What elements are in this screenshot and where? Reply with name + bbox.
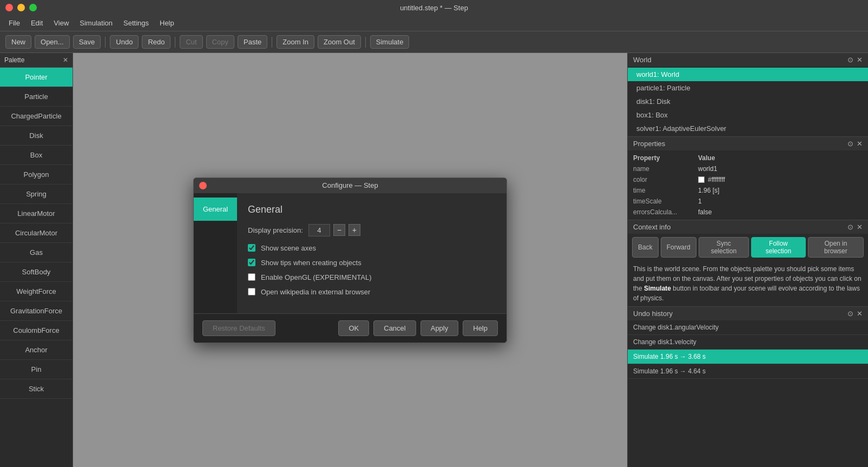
context-back-button[interactable]: Back bbox=[632, 237, 659, 258]
undo-item-2[interactable]: Simulate 1.96 s → 3.68 s bbox=[628, 350, 868, 364]
open-button[interactable]: Open... bbox=[35, 35, 70, 49]
context-follow-button[interactable]: Follow selection bbox=[751, 237, 806, 258]
palette-item-particle[interactable]: Particle bbox=[0, 87, 73, 107]
simulate-button[interactable]: Simulate bbox=[370, 35, 410, 49]
right-panel: World ⊙ ✕ world1: World particle1: Parti… bbox=[627, 53, 868, 467]
palette-item-weightforce[interactable]: WeightForce bbox=[0, 282, 73, 301]
zoom-out-button[interactable]: Zoom Out bbox=[318, 35, 361, 49]
palette-item-polygon[interactable]: Polygon bbox=[0, 165, 73, 185]
palette-item-circularmotor[interactable]: CircularMotor bbox=[0, 223, 73, 243]
help-button[interactable]: Help bbox=[463, 320, 498, 336]
properties-panel-expand-icon[interactable]: ⊙ bbox=[847, 140, 853, 148]
canvas-area[interactable]: Configure — Step General General Display… bbox=[73, 53, 627, 467]
context-browser-button[interactable]: Open in browser bbox=[808, 237, 864, 258]
world-panel-header: World ⊙ ✕ bbox=[628, 53, 868, 67]
restore-defaults-button[interactable]: Restore Defaults bbox=[202, 320, 275, 336]
precision-increment-button[interactable]: + bbox=[348, 224, 360, 236]
palette-item-softbody[interactable]: SoftBody bbox=[0, 262, 73, 282]
undo-item-0[interactable]: Change disk1.angularVelocity bbox=[628, 320, 868, 335]
context-panel-close-icon[interactable]: ✕ bbox=[857, 223, 863, 231]
prop-value-errors[interactable]: false bbox=[698, 208, 712, 216]
world-item-world1[interactable]: world1: World bbox=[628, 68, 868, 81]
palette-item-chargedparticle[interactable]: ChargedParticle bbox=[0, 107, 73, 126]
redo-button[interactable]: Redo bbox=[142, 35, 170, 49]
palette-panel: Palette ✕ Pointer Particle ChargedPartic… bbox=[0, 53, 73, 467]
menu-edit[interactable]: Edit bbox=[27, 18, 47, 28]
zoom-in-button[interactable]: Zoom In bbox=[277, 35, 314, 49]
precision-decrement-button[interactable]: − bbox=[333, 224, 345, 236]
palette-item-anchor[interactable]: Anchor bbox=[0, 340, 73, 360]
open-wikipedia-checkbox[interactable] bbox=[248, 288, 255, 295]
undo-item-3[interactable]: Simulate 1.96 s → 4.64 s bbox=[628, 364, 868, 379]
palette-item-box[interactable]: Box bbox=[0, 146, 73, 165]
palette-item-pin[interactable]: Pin bbox=[0, 360, 73, 379]
world-panel-close-icon[interactable]: ✕ bbox=[857, 56, 863, 64]
world-panel-expand-icon[interactable]: ⊙ bbox=[847, 56, 853, 64]
prop-value-timescale[interactable]: 1 bbox=[698, 198, 702, 205]
world-items: world1: World particle1: Particle disk1:… bbox=[628, 67, 868, 136]
prop-key-color: color bbox=[633, 176, 698, 183]
color-swatch bbox=[698, 176, 705, 183]
world-item-disk1[interactable]: disk1: Disk bbox=[628, 95, 868, 108]
menu-settings[interactable]: Settings bbox=[119, 18, 153, 28]
prop-row-color: color #ffffffff bbox=[628, 174, 868, 185]
undo-panel-controls: ⊙ ✕ bbox=[847, 310, 863, 318]
show-scene-axes-checkbox[interactable] bbox=[248, 244, 255, 252]
paste-button[interactable]: Paste bbox=[238, 35, 267, 49]
ok-button[interactable]: OK bbox=[338, 320, 369, 336]
show-tips-label: Show tips when creating objects bbox=[261, 259, 361, 267]
undo-panel-header: Undo history ⊙ ✕ bbox=[628, 307, 868, 320]
undo-panel: Undo history ⊙ ✕ Change disk1.angularVel… bbox=[628, 307, 868, 467]
cut-button[interactable]: Cut bbox=[180, 35, 202, 49]
properties-panel-close-icon[interactable]: ✕ bbox=[857, 140, 863, 148]
menu-file[interactable]: File bbox=[4, 18, 24, 28]
prop-value-color[interactable]: #ffffffff bbox=[698, 176, 725, 183]
context-forward-button[interactable]: Forward bbox=[661, 237, 696, 258]
palette-item-spring[interactable]: Spring bbox=[0, 185, 73, 204]
main-layout: Palette ✕ Pointer Particle ChargedPartic… bbox=[0, 53, 868, 467]
copy-button[interactable]: Copy bbox=[206, 35, 234, 49]
palette-item-gas[interactable]: Gas bbox=[0, 243, 73, 262]
palette-item-stick[interactable]: Stick bbox=[0, 379, 73, 399]
close-button[interactable] bbox=[5, 4, 13, 11]
enable-opengl-checkbox[interactable] bbox=[248, 273, 255, 281]
open-wikipedia-label: Open wikipedia in external browser bbox=[261, 288, 370, 296]
context-panel-expand-icon[interactable]: ⊙ bbox=[847, 223, 853, 231]
show-tips-checkbox[interactable] bbox=[248, 259, 255, 266]
modal-overlay: Configure — Step General General Display… bbox=[73, 53, 627, 467]
palette-item-coulombforce[interactable]: CoulombForce bbox=[0, 321, 73, 340]
palette-item-gravitationforce[interactable]: GravitationForce bbox=[0, 301, 73, 321]
menu-simulation[interactable]: Simulation bbox=[75, 18, 117, 28]
menu-view[interactable]: View bbox=[49, 18, 73, 28]
context-sync-button[interactable]: Sync selection bbox=[699, 237, 749, 258]
prop-value-time[interactable]: 1.96 [s] bbox=[698, 187, 719, 194]
prop-color-text: #ffffffff bbox=[708, 176, 725, 183]
undo-panel-expand-icon[interactable]: ⊙ bbox=[847, 310, 853, 318]
palette-close-icon[interactable]: ✕ bbox=[63, 56, 68, 64]
cancel-button[interactable]: Cancel bbox=[373, 320, 416, 336]
world-item-box1[interactable]: box1: Box bbox=[628, 108, 868, 122]
palette-item-pointer[interactable]: Pointer bbox=[0, 68, 73, 87]
context-panel: Context info ⊙ ✕ Back Forward Sync selec… bbox=[628, 220, 868, 307]
world-item-particle1[interactable]: particle1: Particle bbox=[628, 81, 868, 95]
modal-tab-general[interactable]: General bbox=[194, 198, 237, 221]
modal-close-button[interactable] bbox=[199, 182, 207, 189]
configure-dialog: Configure — Step General General Display… bbox=[193, 177, 507, 343]
minimize-button[interactable] bbox=[17, 4, 25, 11]
undo-button[interactable]: Undo bbox=[110, 35, 139, 49]
palette-item-disk[interactable]: Disk bbox=[0, 126, 73, 146]
menu-help[interactable]: Help bbox=[155, 18, 179, 28]
palette-item-linearmotor[interactable]: LinearMotor bbox=[0, 204, 73, 223]
maximize-button[interactable] bbox=[29, 4, 37, 11]
new-button[interactable]: New bbox=[5, 35, 31, 49]
undo-panel-close-icon[interactable]: ✕ bbox=[857, 310, 863, 318]
undo-item-1[interactable]: Change disk1.velocity bbox=[628, 335, 868, 350]
world-item-solver1[interactable]: solver1: AdaptiveEulerSolver bbox=[628, 122, 868, 135]
prop-value-name[interactable]: world1 bbox=[698, 165, 717, 173]
separator-1 bbox=[105, 37, 106, 48]
apply-button[interactable]: Apply bbox=[420, 320, 459, 336]
save-button[interactable]: Save bbox=[73, 35, 101, 49]
prop-key-time: time bbox=[633, 187, 698, 194]
world-panel-title: World bbox=[633, 56, 652, 64]
properties-panel-controls: ⊙ ✕ bbox=[847, 140, 863, 148]
